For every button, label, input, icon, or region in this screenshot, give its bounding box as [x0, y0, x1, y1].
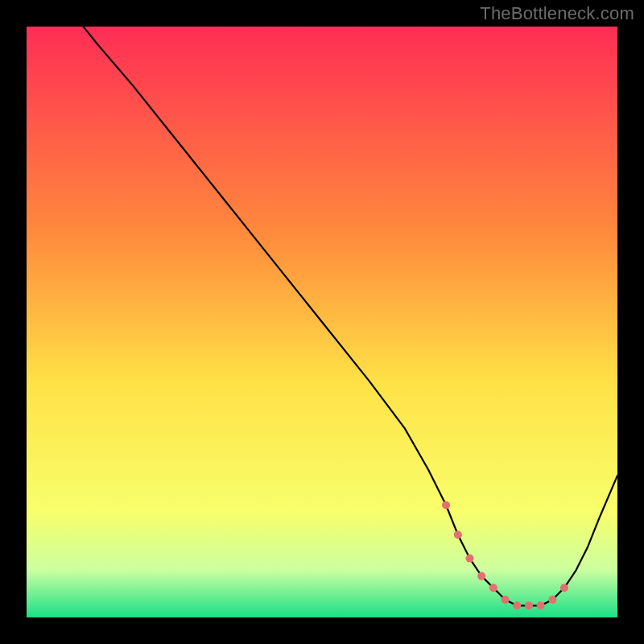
optimal-marker — [525, 601, 533, 609]
optimal-marker — [454, 530, 462, 539]
optimal-marker — [537, 601, 545, 609]
optimal-marker — [466, 555, 474, 563]
optimal-marker — [489, 584, 497, 592]
optimal-marker — [548, 596, 556, 604]
optimal-marker — [513, 601, 521, 609]
optimal-marker — [502, 596, 510, 604]
optimal-marker — [560, 584, 568, 592]
optimal-marker — [442, 502, 450, 510]
optimal-marker — [477, 572, 485, 580]
bottleneck-chart — [27, 27, 617, 617]
attribution-text: TheBottleneck.com — [480, 3, 634, 24]
